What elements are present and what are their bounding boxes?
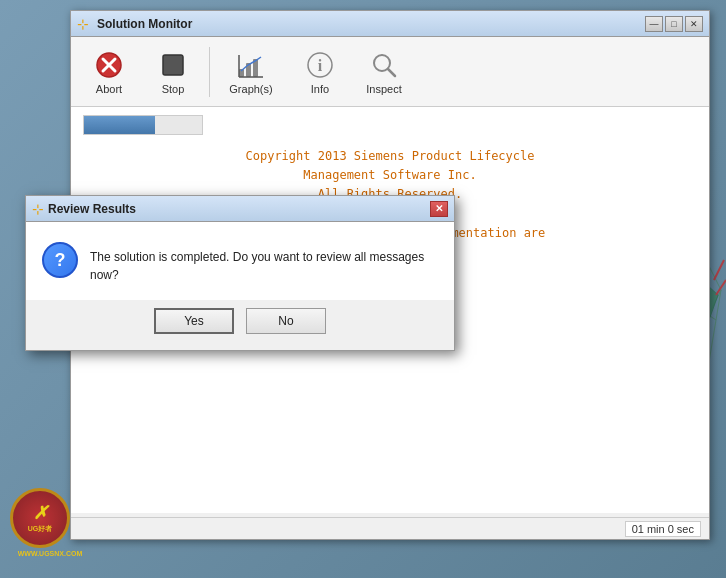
dialog-content: ? The solution is completed. Do you want… bbox=[26, 222, 454, 300]
watermark-line1: UG好者 bbox=[28, 524, 53, 534]
dialog-titlebar: ⊹ Review Results ✕ bbox=[26, 196, 454, 222]
dialog-message: The solution is completed. Do you want t… bbox=[90, 242, 438, 284]
watermark-url: WWW.UGSNX.COM bbox=[10, 550, 90, 557]
no-button[interactable]: No bbox=[246, 308, 326, 334]
dialog-title-icon: ⊹ bbox=[32, 201, 44, 217]
watermark-x-icon: ✗ bbox=[33, 502, 48, 524]
dialog-question-icon: ? bbox=[42, 242, 78, 278]
dialog-title: Review Results bbox=[48, 202, 136, 216]
dialog-overlay: ⊹ Review Results ✕ ? The solution is com… bbox=[0, 0, 726, 578]
watermark-circle: ✗ UG好者 bbox=[10, 488, 70, 548]
dialog-title-left: ⊹ Review Results bbox=[32, 201, 136, 217]
watermark: ✗ UG好者 WWW.UGSNX.COM bbox=[10, 488, 90, 548]
review-results-dialog: ⊹ Review Results ✕ ? The solution is com… bbox=[25, 195, 455, 351]
dialog-buttons: Yes No bbox=[26, 300, 454, 350]
yes-button[interactable]: Yes bbox=[154, 308, 234, 334]
dialog-close-button[interactable]: ✕ bbox=[430, 201, 448, 217]
